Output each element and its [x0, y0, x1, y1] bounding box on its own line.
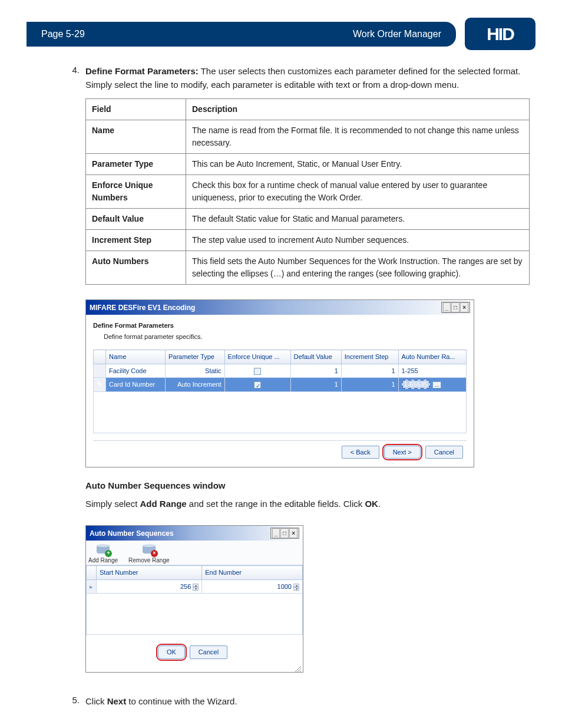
col-end-number[interactable]: End Number [202, 566, 303, 580]
step-4-body: Define Format Parameters: The user selec… [85, 65, 530, 684]
window-title: Auto Number Sequences [90, 528, 174, 539]
grid-row[interactable]: Facility Code Static 1 1 1-255 [94, 364, 467, 378]
range-row[interactable]: ▸ 256▴▾ 1000▴▾ [87, 579, 303, 594]
enforce-unique-checkbox[interactable] [254, 368, 261, 375]
table-row: Increment StepThe step value used to inc… [86, 230, 530, 251]
wizard-step-desc: Define format parameter specifics. [104, 332, 467, 342]
minimize-icon: _ [443, 302, 451, 312]
add-range-button[interactable]: + Add Range [88, 544, 118, 565]
table-row: Auto NumbersThis field sets the Auto Num… [86, 251, 530, 285]
remove-range-button[interactable]: × Remove Range [128, 544, 169, 565]
format-parameters-grid[interactable]: Name Parameter Type Enforce Unique ... D… [93, 350, 467, 433]
resize-grip-icon[interactable] [86, 659, 303, 673]
ok-button[interactable]: OK [158, 645, 185, 659]
step-5-body: Click Next to continue with the Wizard. [85, 695, 530, 709]
maximize-icon: □ [280, 528, 289, 538]
define-format-parameters-window: MIFARE DESFire EV1 Encoding _□× Define F… [85, 299, 474, 467]
auto-number-range-value[interactable]: 1-65535 [402, 380, 430, 389]
range-grid[interactable]: Start Number End Number ▸ 256▴▾ 1000▴▾ [86, 565, 303, 635]
table-row: Enforce Unique NumbersCheck this box for… [86, 175, 530, 209]
table-row: NameThe name is read from the Format fil… [86, 120, 530, 154]
grid-col-default[interactable]: Default Value [290, 350, 341, 364]
auto-number-sequences-window: Auto Number Sequences _□× + Add Range × … [85, 525, 303, 673]
maximize-icon: □ [451, 302, 459, 312]
hid-logo: HID [465, 18, 535, 50]
enforce-unique-checkbox[interactable] [254, 381, 261, 388]
minimize-icon: _ [272, 528, 280, 538]
page-number: Page 5-29 [41, 29, 85, 39]
col-start-number[interactable]: Start Number [97, 566, 202, 580]
cancel-button[interactable]: Cancel [190, 645, 227, 659]
end-number-spinner[interactable]: ▴▾ [293, 584, 299, 591]
plus-icon: + [105, 550, 112, 557]
close-icon: × [289, 528, 297, 538]
grid-col-enforce[interactable]: Enforce Unique ... [224, 350, 290, 364]
back-button[interactable]: < Back [342, 446, 379, 459]
grid-col-incstep[interactable]: Increment Step [341, 350, 398, 364]
step-4-number: 4. [68, 65, 85, 684]
window-controls[interactable]: _□× [270, 528, 299, 539]
grid-col-name[interactable]: Name [106, 350, 166, 364]
grid-col-ptype[interactable]: Parameter Type [165, 350, 224, 364]
svg-line-2 [300, 671, 301, 672]
start-number-spinner[interactable]: ▴▾ [193, 584, 199, 591]
auto-number-ellipsis-button[interactable]: ... [432, 381, 442, 388]
next-button[interactable]: Next > [384, 446, 421, 459]
window-controls[interactable]: _□× [441, 302, 470, 313]
wizard-step-title: Define Format Parameters [93, 321, 467, 331]
parameter-description-table: Field Description NameThe name is read f… [85, 98, 530, 285]
edit-row-icon: ✎ [97, 380, 103, 390]
end-number-input[interactable]: 1000 [277, 583, 292, 590]
table-row: Parameter TypeThis can be Auto Increment… [86, 154, 530, 175]
table-row: Default ValueThe default Static value fo… [86, 209, 530, 230]
auto-number-text: Simply select Add Range and set the rang… [85, 498, 530, 511]
step-4-lead: Define Format Parameters: [85, 66, 199, 76]
header-title: Work Order Manager [353, 29, 441, 39]
grid-row-selected[interactable]: ✎ Card Id Number Auto Increment 1 1 1-65… [94, 378, 467, 392]
col-description: Description [186, 99, 530, 120]
x-icon: × [151, 550, 158, 557]
col-field: Field [86, 99, 186, 120]
close-icon: × [460, 302, 468, 312]
cancel-button[interactable]: Cancel [425, 446, 463, 459]
step-5-number: 5. [68, 695, 85, 709]
auto-number-heading: Auto Number Sequences window [85, 479, 530, 493]
grid-col-autonum[interactable]: Auto Number Ra... [398, 350, 466, 364]
start-number-input[interactable]: 256 [180, 583, 191, 590]
window-title: MIFARE DESFire EV1 Encoding [90, 302, 195, 313]
